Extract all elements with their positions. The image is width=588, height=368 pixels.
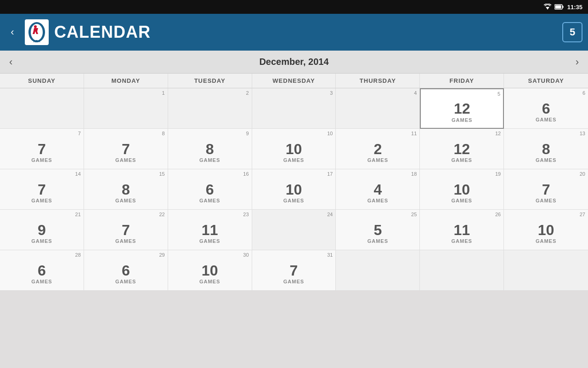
date-number: 18 bbox=[339, 171, 417, 177]
games-count: 8 bbox=[122, 182, 130, 198]
games-count: 6 bbox=[206, 182, 214, 198]
games-label: GAMES bbox=[31, 157, 52, 163]
games-count: 7 bbox=[122, 222, 130, 238]
calendar-cell[interactable]: 26 11 GAMES bbox=[420, 210, 504, 250]
calendar-cell[interactable]: 13 8 GAMES bbox=[504, 129, 588, 169]
calendar-cell[interactable]: 31 7 GAMES bbox=[252, 250, 336, 291]
calendar-cell[interactable]: 28 6 GAMES bbox=[0, 250, 84, 291]
svg-marker-0 bbox=[546, 7, 549, 10]
calendar-cell[interactable]: 12 12 GAMES bbox=[420, 129, 504, 169]
cell-content: 7 GAMES bbox=[87, 219, 165, 247]
status-bar: 11:35 bbox=[0, 0, 588, 14]
games-label: GAMES bbox=[368, 198, 388, 203]
games-count: 7 bbox=[38, 141, 46, 157]
games-label: GAMES bbox=[199, 157, 220, 163]
month-label: December, 2014 bbox=[259, 57, 328, 67]
games-label: GAMES bbox=[536, 157, 556, 163]
date-number: 28 bbox=[3, 252, 81, 258]
calendar-cell[interactable]: 5 12 GAMES bbox=[420, 88, 504, 129]
svg-point-7 bbox=[34, 25, 37, 28]
games-count: 10 bbox=[286, 182, 302, 198]
games-label: GAMES bbox=[452, 157, 472, 163]
date-number: 1 bbox=[87, 90, 165, 96]
status-time: 11:35 bbox=[567, 4, 582, 11]
wifi-icon bbox=[543, 4, 552, 10]
calendar-cell[interactable]: 7 7 GAMES bbox=[0, 129, 84, 169]
games-count: 9 bbox=[38, 222, 46, 238]
cell-content: 4 GAMES bbox=[339, 178, 417, 207]
games-count: 6 bbox=[122, 263, 130, 279]
games-count: 4 bbox=[373, 182, 382, 198]
calendar-cell[interactable]: 19 10 GAMES bbox=[420, 169, 504, 210]
date-number: 11 bbox=[339, 131, 417, 136]
header-title: CALENDAR bbox=[54, 23, 557, 42]
header-badge[interactable]: 5 bbox=[562, 22, 582, 42]
date-number: 9 bbox=[171, 131, 249, 136]
calendar-cell[interactable]: 20 7 GAMES bbox=[504, 169, 588, 210]
date-number: 2 bbox=[171, 90, 249, 96]
calendar-cell[interactable]: 15 8 GAMES bbox=[84, 169, 168, 210]
date-number: 25 bbox=[339, 212, 417, 217]
main-content: ‹ December, 2014 › SUNDAY MONDAY TUESDAY… bbox=[0, 51, 588, 368]
date-number: 5 bbox=[424, 91, 500, 97]
calendar-cell bbox=[336, 250, 420, 291]
games-count: 7 bbox=[122, 141, 130, 157]
calendar-cell[interactable]: 21 9 GAMES bbox=[0, 210, 84, 250]
calendar-cell[interactable]: 8 7 GAMES bbox=[84, 129, 168, 169]
day-header-wednesday: WEDNESDAY bbox=[252, 74, 336, 88]
calendar-cell[interactable]: 29 6 GAMES bbox=[84, 250, 168, 291]
calendar-cell: 3 bbox=[252, 88, 336, 129]
cell-content: 8 GAMES bbox=[171, 138, 249, 166]
calendar-cell[interactable]: 30 10 GAMES bbox=[168, 250, 252, 291]
calendar-cell[interactable]: 27 10 GAMES bbox=[504, 210, 588, 250]
back-button[interactable]: ‹ bbox=[6, 26, 19, 38]
calendar-cell: 1 bbox=[84, 88, 168, 129]
date-number: 6 bbox=[507, 90, 585, 96]
date-number: 3 bbox=[255, 90, 333, 96]
games-label: GAMES bbox=[536, 238, 556, 244]
calendar-cell[interactable]: 11 2 GAMES bbox=[336, 129, 420, 169]
games-count: 7 bbox=[38, 182, 46, 198]
calendar-cell[interactable]: 22 7 GAMES bbox=[84, 210, 168, 250]
calendar-cell[interactable]: 17 10 GAMES bbox=[252, 169, 336, 210]
month-nav: ‹ December, 2014 › bbox=[0, 51, 588, 74]
games-count: 6 bbox=[542, 101, 550, 117]
calendar-cell[interactable]: 16 6 GAMES bbox=[168, 169, 252, 210]
date-number: 4 bbox=[339, 90, 417, 96]
games-count: 10 bbox=[453, 182, 470, 198]
games-label: GAMES bbox=[283, 279, 304, 284]
calendar-cell[interactable]: 18 4 GAMES bbox=[336, 169, 420, 210]
calendar-cell[interactable]: 6 6 GAMES bbox=[504, 88, 588, 129]
cell-content: 9 GAMES bbox=[3, 219, 81, 247]
calendar-cell[interactable]: 10 10 GAMES bbox=[252, 129, 336, 169]
date-number: 30 bbox=[171, 252, 249, 258]
games-label: GAMES bbox=[31, 198, 52, 203]
games-count: 5 bbox=[373, 222, 382, 238]
games-count: 10 bbox=[286, 141, 302, 157]
date-number: 14 bbox=[3, 171, 81, 177]
calendar-cell[interactable]: 25 5 GAMES bbox=[336, 210, 420, 250]
calendar-cell[interactable]: 23 11 GAMES bbox=[168, 210, 252, 250]
calendar-cell[interactable]: 9 8 GAMES bbox=[168, 129, 252, 169]
bottom-area bbox=[0, 291, 588, 368]
games-count: 11 bbox=[453, 222, 470, 238]
games-label: GAMES bbox=[199, 198, 220, 203]
cell-content: 7 GAMES bbox=[3, 178, 81, 207]
date-number: 8 bbox=[87, 131, 165, 136]
date-number: 16 bbox=[171, 171, 249, 177]
games-label: GAMES bbox=[283, 198, 304, 203]
games-count: 8 bbox=[542, 141, 550, 157]
date-number: 17 bbox=[255, 171, 333, 177]
prev-month-button[interactable]: ‹ bbox=[0, 51, 22, 73]
date-number: 27 bbox=[507, 212, 585, 217]
next-month-button[interactable]: › bbox=[566, 51, 588, 73]
svg-rect-2 bbox=[562, 6, 563, 8]
date-number: 24 bbox=[255, 212, 333, 217]
games-count: 6 bbox=[38, 263, 46, 279]
games-count: 10 bbox=[538, 222, 554, 238]
games-count: 12 bbox=[454, 101, 470, 117]
cell-content: 11 GAMES bbox=[171, 219, 249, 247]
calendar-cell[interactable]: 14 7 GAMES bbox=[0, 169, 84, 210]
games-label: GAMES bbox=[452, 117, 472, 123]
games-label: GAMES bbox=[368, 238, 388, 244]
